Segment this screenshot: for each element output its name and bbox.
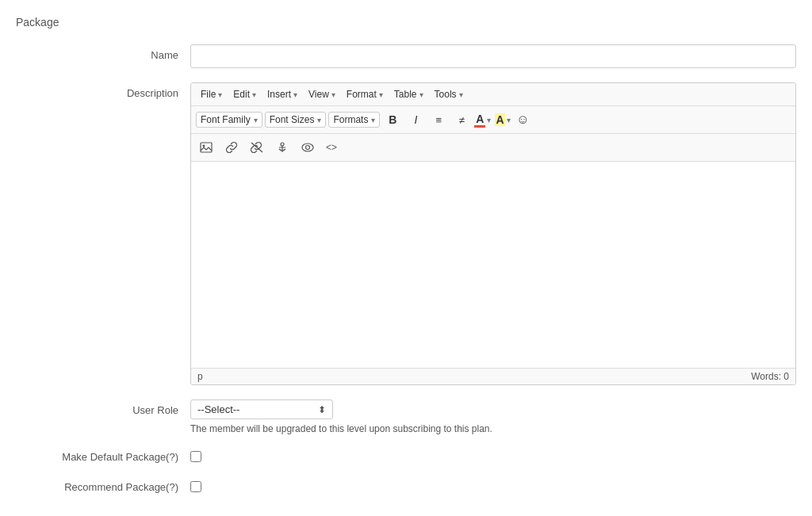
svg-point-6 [302,143,313,151]
name-row: Name [16,44,796,68]
word-count: Words: 0 [751,371,789,382]
image-button[interactable] [196,137,216,158]
user-role-control-wrap: --Select-- ⬍ The member will be upgraded… [190,399,796,434]
menu-insert[interactable]: Insert▾ [262,86,302,102]
menu-view[interactable]: View▾ [304,86,340,102]
description-row: Description File▾ Edit▾ Insert▾ View▾ Fo… [16,82,796,385]
user-role-label: User Role [16,399,190,416]
recommend-row: Recommend Package(?) [16,479,796,495]
recommend-checkbox[interactable] [190,481,201,492]
svg-rect-0 [201,143,212,152]
svg-point-7 [306,146,310,150]
statusbar-element: p [197,371,203,382]
page-title: Package [16,16,796,29]
user-role-value: --Select-- [197,403,239,415]
form-container: Name Description File▾ Edit▾ Insert▾ Vie… [16,44,796,495]
description-label: Description [16,82,190,99]
font-family-label: Font Family [201,114,251,125]
menu-format[interactable]: Format▾ [342,86,388,102]
name-input-wrap [190,44,796,68]
bold-button[interactable]: B [382,109,403,130]
editor-menubar: File▾ Edit▾ Insert▾ View▾ Format▾ Table▾… [191,83,795,106]
font-family-select[interactable]: Font Family ▾ [196,112,262,128]
anchor-button[interactable] [272,137,293,158]
make-default-checkbox[interactable] [190,451,201,462]
svg-point-3 [281,143,284,146]
menu-file[interactable]: File▾ [196,86,227,102]
menu-edit[interactable]: Edit▾ [228,86,261,102]
svg-point-1 [203,145,205,147]
editor-statusbar: p Words: 0 [191,368,795,384]
name-label: Name [16,44,190,61]
editor-toolbar-row2: <> [191,134,795,162]
recommend-checkbox-wrap [190,479,201,495]
editor: File▾ Edit▾ Insert▾ View▾ Format▾ Table▾… [190,82,796,385]
link-button[interactable] [221,137,242,158]
user-role-hint: The member will be upgraded to this leve… [190,423,796,434]
user-role-select[interactable]: --Select-- ⬍ [190,399,333,419]
emoji-button[interactable]: ☺ [513,109,534,130]
align-left-button[interactable]: ≡ [428,109,449,130]
formats-select[interactable]: Formats ▾ [328,112,380,128]
recommend-label: Recommend Package(?) [16,479,190,493]
make-default-row: Make Default Package(?) [16,449,796,464]
editor-content-area[interactable] [191,162,795,368]
user-role-row: User Role --Select-- ⬍ The member will b… [16,399,796,434]
menu-table[interactable]: Table▾ [389,86,428,102]
menu-tools[interactable]: Tools▾ [430,86,468,102]
highlight-button[interactable]: A ▾ [495,113,510,126]
formats-label: Formats [333,114,368,125]
name-input[interactable] [190,44,796,68]
italic-button[interactable]: I [405,109,426,130]
font-sizes-select[interactable]: Font Sizes ▾ [265,112,327,128]
source-button[interactable]: <> [323,137,340,158]
unlink-button[interactable] [247,137,267,158]
editor-wrap: File▾ Edit▾ Insert▾ View▾ Format▾ Table▾… [190,82,796,385]
make-default-label: Make Default Package(?) [16,449,190,463]
font-color-button[interactable]: A ▾ [474,113,491,128]
editor-toolbar-row1: Font Family ▾ Font Sizes ▾ Formats ▾ B I… [191,106,795,134]
make-default-checkbox-wrap [190,449,201,464]
align-right-button[interactable]: ≠ [451,109,472,130]
preview-button[interactable] [297,137,318,158]
font-sizes-label: Font Sizes [270,114,315,125]
